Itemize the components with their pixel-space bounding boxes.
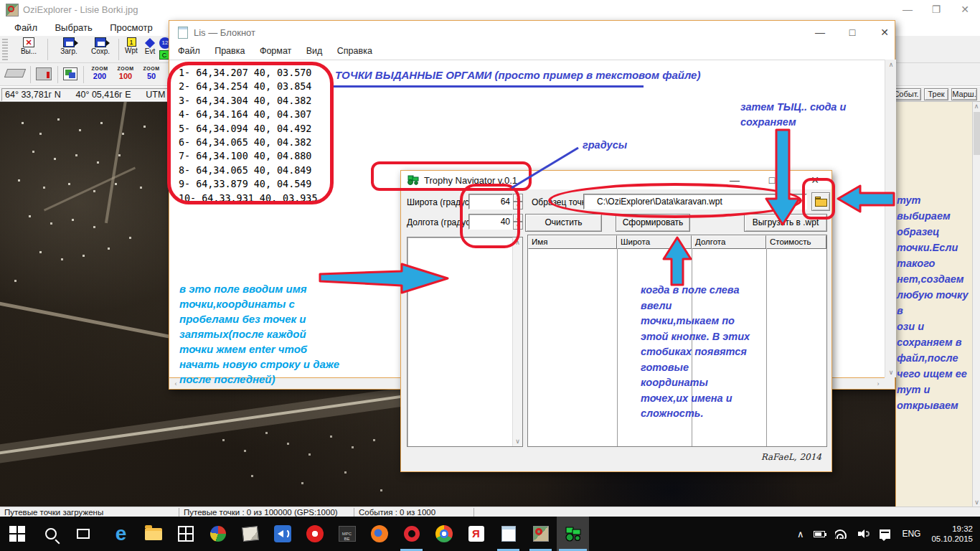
event-icon [145,38,155,48]
taskbar-chrome[interactable] [428,517,460,551]
scroll-down-icon[interactable]: ∨ [973,498,980,507]
edge-icon: e [116,525,127,542]
tray-clock[interactable]: 19:32 05.10.2015 [931,524,973,544]
c-button[interactable]: C [159,50,169,60]
ozi-menu-select[interactable]: Выбрать [47,20,99,35]
taskbar-file-explorer[interactable] [137,517,169,551]
annotation-sample-instructions: тут выбираем образец точки.Если такого н… [897,192,971,413]
notepad-menu-format[interactable]: Формат [254,44,297,58]
red-oval-sample-path [548,183,802,218]
wifi-icon[interactable] [835,529,848,539]
taskbar-yandex-search[interactable]: Я [460,517,492,551]
scroll-left-icon[interactable]: ‹ [172,380,179,387]
trophy-maximize-button[interactable]: □ [760,173,784,187]
notepad-maximize-button[interactable]: □ [840,25,864,39]
scroll-up-icon[interactable]: ∧ [885,61,897,68]
event-button[interactable]: Evt [141,37,159,55]
route-panel-button[interactable]: Марш. [951,88,977,100]
taskbar-mpc[interactable]: MPC BE [331,517,363,551]
delete-waypoints-button[interactable]: ✕ Вы... [13,37,44,55]
ozi-window-title: OziExplorer - Lisie Borki.jpg [23,4,138,15]
volume-tray-icon[interactable] [858,529,870,539]
notepad-menu-edit[interactable]: Правка [209,44,250,58]
annotation-input-instructions: в это поле вводим имя точки,координаты с… [179,281,344,387]
table-grid-line [766,249,767,446]
taskbar-notes-app[interactable] [234,517,266,551]
battery-icon[interactable] [814,531,825,537]
task-view-button[interactable] [67,517,99,551]
ruler-icon[interactable] [4,69,26,77]
zoom-50-value: 50 [139,72,164,80]
taskbar-trophy-navigator[interactable] [557,517,589,551]
clear-button[interactable]: Очистить [525,214,602,232]
column-header-lat[interactable]: Широта [617,235,692,249]
tray-date: 05.10.2015 [931,534,973,544]
map-road-band [0,385,423,466]
taskbar-notepad[interactable] [492,517,524,551]
taskbar-idm[interactable] [202,517,234,551]
taskbar-volume-app[interactable] [266,517,298,551]
scroll-right-icon[interactable]: › [875,380,882,387]
taskbar-edge[interactable]: e [105,517,137,551]
waypoint-button[interactable]: 1 Wpt [122,37,141,55]
notepad-menu-file[interactable]: Файл [172,44,206,58]
textarea-scrollbar[interactable]: ∧ ∨ [512,237,522,446]
notepad-titlebar[interactable]: Lis — Блокнот — □ ✕ [169,21,895,44]
delete-label: Вы... [21,47,37,55]
image-pages-icon[interactable] [63,67,77,80]
scroll-thumb[interactable] [974,112,980,155]
scroll-down-icon[interactable]: ∨ [513,438,522,445]
zoom-50-caption: ZOOM [139,66,164,72]
action-center-icon[interactable] [880,529,890,539]
map-road [105,102,128,223]
notepad-vertical-scrollbar[interactable]: ∧ ∨ [885,60,896,377]
column-header-cost[interactable]: Стоимость [766,235,826,249]
taskbar-firefox[interactable] [363,517,395,551]
column-header-name[interactable]: Имя [528,235,617,249]
ozi-menu-view[interactable]: Просмотр [103,20,159,35]
notepad-menu-view[interactable]: Вид [301,44,329,58]
ozi-menu-file[interactable]: Файл [7,20,44,35]
ozi-minimize-button[interactable]: — [895,2,920,17]
column-header-lon[interactable]: Долгота [692,235,766,249]
scroll-up-icon[interactable]: ∧ [973,102,980,110]
notepad-close-button[interactable]: ✕ [872,25,897,39]
track-tool-icon[interactable] [36,67,52,80]
notepad-menu-help[interactable]: Справка [331,44,378,58]
ozi-close-button[interactable]: ✕ [953,2,977,17]
taskbar-store[interactable] [169,517,202,551]
annotation-heading-underline [334,85,644,88]
taskbar-yandex-browser[interactable] [298,517,331,551]
notepad-minimize-button[interactable]: — [808,25,832,39]
map-vertical-scrollbar[interactable]: ∧ ∨ [972,102,980,507]
taskbar-oziexplorer[interactable] [524,517,557,551]
language-indicator[interactable]: ENG [902,529,920,539]
table-grid-line [617,249,618,446]
scroll-down-icon[interactable]: ∨ [885,369,897,376]
points-input-textarea[interactable]: ∧ ∨ [407,237,523,447]
zoom-50-button[interactable]: ZOOM 50 [139,66,164,80]
system-tray: ∧ ENG 19:32 05.10.2015 [792,517,980,551]
ozi-restore-button[interactable]: ❐ [924,2,948,17]
ozi-app-icon [6,4,19,17]
tray-chevron-icon[interactable]: ∧ [797,529,804,540]
save-floppy-icon [95,37,106,47]
taskbar-opera[interactable] [395,517,428,551]
notepad-menubar: Файл Правка Формат Вид Справка [169,44,895,60]
load-button[interactable]: Загр. [53,37,85,55]
track-panel-button[interactable]: Трек [924,88,948,100]
status-event-count: События : 0 из 1000 [354,507,473,517]
save-button[interactable]: Сохр. [85,37,116,55]
zoom-100-button[interactable]: ZOOM 100 [113,66,138,80]
ozi-titlebar[interactable]: OziExplorer - Lisie Borki.jpg — ❐ ✕ [0,0,980,20]
red-oval-coordinate-list [167,62,334,204]
annotation-then-click-save: затем ТЫЦ.. сюда и сохраняем [740,100,877,130]
load-floppy-icon [63,37,75,47]
start-button[interactable] [0,517,34,551]
taskbar-search-button[interactable] [34,517,67,551]
mpc-player-icon: MPC BE [339,526,356,542]
taskbar: e MPC BE Я ∧ [0,517,980,551]
zoom-200-button[interactable]: ZOOM 200 [88,66,112,80]
volume-app-icon [274,525,291,542]
toolbar-drag-handle[interactable] [2,39,8,60]
